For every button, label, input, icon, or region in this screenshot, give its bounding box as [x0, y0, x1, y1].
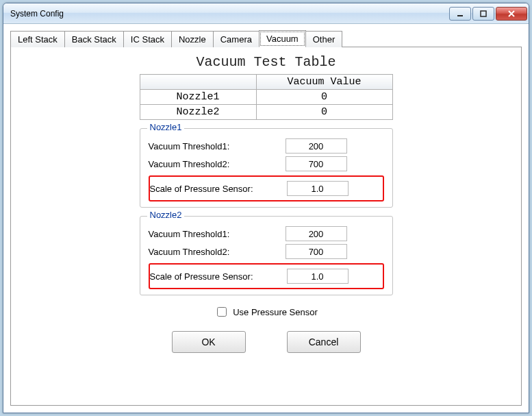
tab-page-vacuum: Vacuum Test Table Vacuum Value Nozzle1 0… [10, 47, 522, 406]
table-row: Nozzle2 0 [140, 105, 392, 120]
client-area: Left Stack Back Stack IC Stack Nozzle Ca… [3, 24, 529, 413]
button-row: OK Cancel [172, 331, 361, 353]
titlebar: System Config [3, 3, 529, 24]
highlight-box: Scale of Pressure Sensor: [149, 263, 384, 289]
use-sensor-label: Use Pressure Sensor [233, 307, 318, 317]
group-nozzle2: Nozzle2 Vacuum Threshold1: Vacuum Thresh… [140, 216, 393, 295]
maximize-button[interactable] [472, 7, 494, 21]
window-buttons [448, 7, 527, 21]
table-corner [140, 75, 256, 90]
minimize-button[interactable] [449, 7, 471, 21]
thresh1-label: Vacuum Threshold1: [149, 141, 286, 151]
tab-strip: Left Stack Back Stack IC Stack Nozzle Ca… [10, 29, 522, 47]
tab-other[interactable]: Other [305, 31, 343, 47]
row-value: 0 [256, 105, 392, 120]
scale-label: Scale of Pressure Sensor: [150, 184, 287, 194]
row-name: Nozzle1 [140, 90, 256, 105]
thresh1-input[interactable] [286, 138, 347, 154]
tab-left-stack[interactable]: Left Stack [10, 31, 65, 47]
scale-input[interactable] [287, 269, 349, 284]
ok-button[interactable]: OK [172, 331, 246, 353]
close-button[interactable] [496, 7, 527, 21]
tab-back-stack[interactable]: Back Stack [64, 31, 124, 47]
use-sensor-row: Use Pressure Sensor [214, 305, 318, 319]
scale-input[interactable] [287, 181, 349, 196]
tab-camera[interactable]: Camera [213, 31, 259, 47]
field-row: Vacuum Threshold2: [149, 244, 384, 259]
tab-ic-stack[interactable]: IC Stack [123, 31, 172, 47]
cancel-button[interactable]: Cancel [287, 331, 361, 353]
use-sensor-checkbox[interactable] [217, 307, 227, 317]
field-row: Vacuum Threshold1: [149, 226, 384, 241]
thresh1-input[interactable] [286, 226, 347, 241]
tab-vacuum[interactable]: Vacuum [259, 30, 306, 47]
thresh1-label: Vacuum Threshold1: [149, 229, 286, 239]
group-title: Nozzle1 [147, 122, 185, 132]
field-row: Vacuum Threshold2: [149, 156, 384, 171]
thresh2-input[interactable] [286, 244, 347, 259]
group-title: Nozzle2 [147, 210, 185, 220]
page-title: Vacuum Test Table [196, 54, 335, 70]
svg-rect-1 [481, 11, 486, 16]
highlight-box: Scale of Pressure Sensor: [149, 175, 384, 201]
table-row: Nozzle1 0 [140, 90, 392, 105]
svg-rect-0 [457, 15, 463, 16]
group-nozzle1: Nozzle1 Vacuum Threshold1: Vacuum Thresh… [140, 128, 393, 208]
thresh2-input[interactable] [286, 156, 347, 171]
col-header-vacuum-value: Vacuum Value [256, 75, 392, 90]
row-value: 0 [256, 90, 392, 105]
scale-label: Scale of Pressure Sensor: [150, 271, 287, 282]
row-name: Nozzle2 [140, 105, 256, 120]
tab-nozzle[interactable]: Nozzle [171, 31, 214, 47]
field-row: Scale of Pressure Sensor: [150, 181, 383, 196]
field-row: Vacuum Threshold1: [149, 138, 384, 154]
vacuum-test-table: Vacuum Value Nozzle1 0 Nozzle2 0 [140, 74, 393, 120]
window-title: System Config [10, 9, 64, 19]
thresh2-label: Vacuum Threshold2: [149, 247, 286, 257]
thresh2-label: Vacuum Threshold2: [149, 159, 286, 169]
field-row: Scale of Pressure Sensor: [150, 269, 383, 284]
system-config-window: System Config Left Stack Back Stack IC S… [3, 3, 529, 413]
